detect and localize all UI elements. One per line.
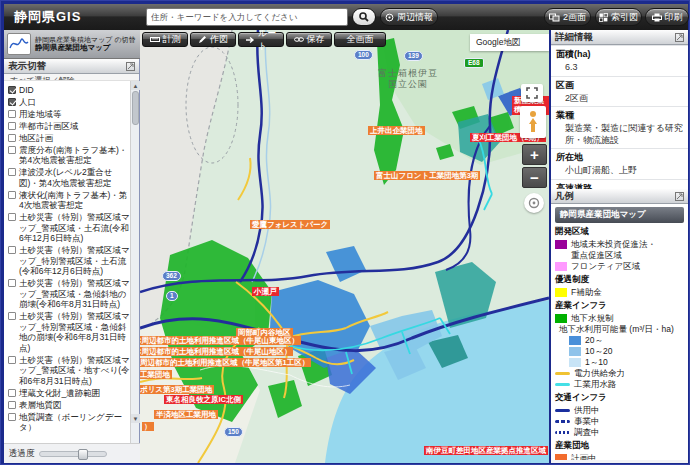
legend-item: 調査中 <box>555 427 684 438</box>
road-shield: 139 <box>404 51 423 61</box>
layer-item[interactable]: 土砂災害（特別）警戒区域マップ_警戒区域・地すべり(令和6年8月31日時点) <box>8 355 130 387</box>
link-icon <box>294 36 304 43</box>
map-site-label[interactable]: 周辺都市的土地利用推進区域（牛尾地区第1工区） <box>140 358 311 367</box>
index-map-label: 索引図 <box>611 11 638 24</box>
layer-checkbox[interactable] <box>8 401 16 409</box>
layer-label: 地質調査（ボーリングデータ） <box>19 412 130 433</box>
layer-item[interactable]: 震度分布(南海トラフ基本)・第4次地震被害想定 <box>8 145 130 166</box>
layer-item[interactable]: 埋蔵文化財_遺跡範囲 <box>8 388 130 399</box>
layer-item[interactable]: 地質調査（ボーリングデータ） <box>8 412 130 433</box>
layer-checkbox[interactable] <box>8 413 16 421</box>
layer-item[interactable]: 地区計画 <box>8 133 130 144</box>
prefecture-logo-icon <box>7 33 31 55</box>
legend-item-label: 計画中 <box>571 453 597 461</box>
collapse-legend-icon[interactable] <box>675 192 684 201</box>
map-fullscreen-button[interactable] <box>521 84 543 102</box>
map-toolbar: 計測 作図 ルート 保存 全画面 <box>142 32 386 47</box>
route-button[interactable]: ルート <box>238 32 284 47</box>
layer-item[interactable]: 表層地質図 <box>8 400 130 411</box>
layer-checkbox[interactable] <box>8 86 16 94</box>
layer-item[interactable]: 土砂災害（特別）警戒区域マップ_特別警戒区域・土石流(令和6年12月6日時点) <box>8 245 130 277</box>
map-site-label[interactable]: ポリス第3期工業団地 <box>140 385 214 394</box>
scroll-up-icon[interactable]: ▲ <box>131 81 140 90</box>
index-map-button[interactable]: 索引図 <box>595 8 642 26</box>
layer-item[interactable]: 土砂災害（特別）警戒区域マップ_警戒区域・土石流(令和6年12月6日時点) <box>8 212 130 244</box>
field-value: 2区画 <box>551 93 688 107</box>
layer-checkbox[interactable] <box>8 122 16 130</box>
layer-item[interactable]: 人口 <box>8 97 130 108</box>
map-site-label[interactable]: 小瀬戸 <box>252 287 279 296</box>
layer-item[interactable]: 液状化(南海トラフ基本)・第4次地震被害想定 <box>8 190 130 211</box>
fullscreen-map-button[interactable]: 全画面 <box>334 32 386 47</box>
measure-button[interactable]: 計測 <box>142 32 188 47</box>
field-label: 区画 <box>551 76 688 93</box>
legend-section-heading: 交通インフラ <box>555 392 684 404</box>
layer-checkbox[interactable] <box>8 146 16 154</box>
layer-checkbox[interactable] <box>8 312 16 320</box>
map-site-label[interactable]: C周辺都市的土地利用推進区域（牛尾山東地区） <box>140 336 301 345</box>
legend-item: 1～10 <box>569 357 684 368</box>
legend-swatch <box>555 372 570 375</box>
map-switcher[interactable]: 静岡県産業集積地マップ の切替 静岡県産業団地マップ <box>4 30 140 59</box>
layer-checkbox[interactable] <box>8 279 16 287</box>
zoom-out-button[interactable]: − <box>522 167 547 188</box>
layer-item[interactable]: 準都市計画区域 <box>8 121 130 132</box>
basemap-select[interactable]: Google地図 <box>470 34 549 51</box>
legend-swatch <box>555 262 567 271</box>
layer-checkbox[interactable] <box>8 246 16 254</box>
layer-item[interactable]: DID <box>8 85 130 96</box>
layer-checkbox[interactable] <box>8 191 16 199</box>
nearby-info-button[interactable]: 周辺情報 <box>380 8 438 26</box>
layer-checkbox[interactable] <box>8 389 16 397</box>
opacity-slider-handle[interactable] <box>78 449 88 460</box>
two-screen-button[interactable]: 2画面 <box>544 8 591 26</box>
opacity-slider[interactable] <box>39 451 107 457</box>
layer-checkbox[interactable] <box>8 356 16 364</box>
layer-item[interactable]: 土砂災害（特別）警戒区域マップ_特別警戒区域・急傾斜地の崩壊(令和6年8月31日… <box>8 311 130 353</box>
collapse-detail-icon[interactable] <box>675 33 684 42</box>
print-button[interactable]: 印刷 <box>645 8 689 26</box>
collapse-panel-icon[interactable] <box>126 62 135 71</box>
ruler-icon <box>150 36 160 43</box>
sidebar-scrollbar[interactable]: ▲ ▼ <box>130 81 139 443</box>
zoom-in-button[interactable]: + <box>522 144 547 165</box>
layer-list: DID人口用途地域等準都市計画区域地区計画震度分布(南海トラフ基本)・第4次地震… <box>4 81 131 443</box>
layer-checkbox[interactable] <box>8 110 16 118</box>
legend-title: 凡例 <box>555 190 574 203</box>
legend-map-title: 静岡県産業団地マップ <box>555 207 684 223</box>
map-site-label[interactable]: C周辺都市的土地利用推進区域（牛尾山地区） <box>140 347 293 356</box>
map-site-label[interactable]: 愛鷹フォレストパーク <box>250 220 330 229</box>
field-label: 高速道路 <box>551 179 688 190</box>
save-button[interactable]: 保存 <box>286 32 332 47</box>
draw-button[interactable]: 作図 <box>190 32 236 47</box>
layer-item[interactable]: 津波浸水(レベル2重合せ図)・第4次地震被害想定 <box>8 167 130 188</box>
map-site-label[interactable]: 南伊豆町差田地区産業拠点推進区域 <box>424 446 548 455</box>
road-shield: 150 <box>224 427 243 437</box>
search-input[interactable] <box>146 8 348 26</box>
layer-item[interactable]: 土砂災害（特別）警戒区域マップ_警戒区域・急傾斜地の崩壊(令和6年8月31日時点… <box>8 278 130 310</box>
legend-item: 重点促進区域 <box>555 250 684 261</box>
map-site-label[interactable]: 半済地区工業用地 <box>154 410 218 419</box>
layer-checkbox[interactable] <box>8 213 16 221</box>
map-site-label[interactable]: 富士山フロント工業団地第3期 <box>374 171 480 180</box>
sidebar-header: 表示切替 <box>4 59 139 74</box>
map-site-label[interactable]: ） <box>142 422 154 431</box>
layer-checkbox[interactable] <box>8 168 16 176</box>
map-canvas[interactable]: 富士箱根伊豆 国立公園 計測 作図 ルート 保存 全画面 <box>140 30 549 463</box>
legend-item: 20～ <box>569 335 684 346</box>
layer-item[interactable]: 用途地域等 <box>8 109 130 120</box>
scroll-down-icon[interactable]: ▼ <box>131 414 140 423</box>
layer-checkbox[interactable] <box>8 98 16 106</box>
layer-checkbox[interactable] <box>8 134 16 142</box>
map-site-label[interactable]: 工業団地 <box>140 370 172 379</box>
street-view-pegman[interactable] <box>520 106 546 138</box>
legend-swatch <box>555 314 567 323</box>
layer-label: 土砂災害（特別）警戒区域マップ_警戒区域・急傾斜地の崩壊(令和6年8月31日時点… <box>19 278 130 310</box>
nearby-info-label: 周辺情報 <box>397 11 433 24</box>
locate-button[interactable] <box>524 193 544 213</box>
scrollbar-thumb[interactable] <box>132 91 139 125</box>
map-site-label[interactable]: 上井出企業団地 <box>368 126 425 135</box>
map-site-label[interactable]: 東名相良牧之原IC北側 <box>164 395 243 404</box>
legend-swatch <box>569 336 581 345</box>
search-button[interactable] <box>352 8 376 26</box>
